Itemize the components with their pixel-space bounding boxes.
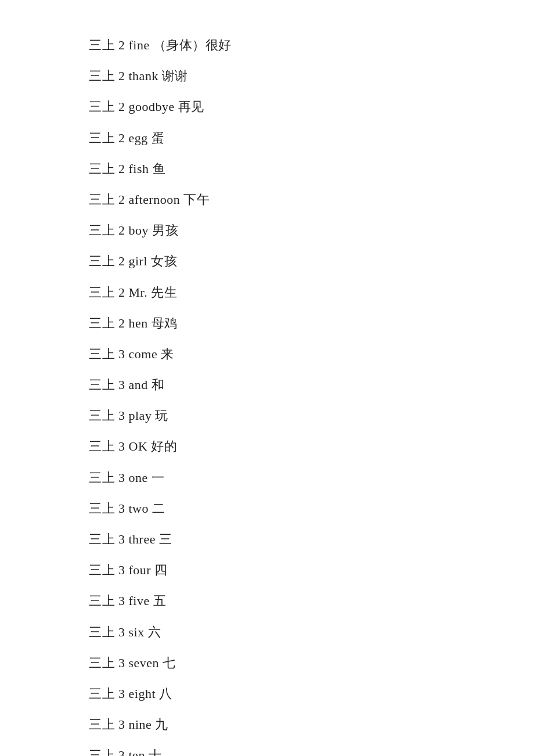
item-word: fine	[129, 38, 150, 52]
list-item: 三上 3 come 来	[89, 344, 445, 364]
item-word: boy	[129, 223, 149, 237]
item-meaning: 来	[161, 347, 174, 361]
item-grade: 三上	[89, 717, 115, 732]
item-word: hen	[129, 316, 148, 330]
item-grade: 三上	[89, 470, 115, 485]
item-word: four	[129, 563, 151, 577]
list-item: 三上 3 one 一	[89, 467, 445, 488]
item-unit: 3	[118, 656, 125, 670]
item-grade: 三上	[89, 99, 115, 114]
item-unit: 3	[118, 408, 125, 423]
list-item: 三上 3 four 四	[89, 560, 445, 580]
list-item: 三上 2 hen 母鸡	[89, 313, 445, 333]
item-meaning: 九	[155, 717, 168, 732]
item-grade: 三上	[89, 192, 115, 207]
item-meaning: 再见	[178, 99, 204, 114]
list-item: 三上 2 girl 女孩	[89, 251, 445, 271]
list-item: 三上 2 egg 蛋	[89, 128, 445, 148]
item-unit: 3	[118, 470, 125, 485]
item-grade: 三上	[89, 532, 115, 546]
item-unit: 2	[118, 223, 125, 237]
item-grade: 三上	[89, 161, 115, 176]
item-word: afternoon	[129, 192, 181, 207]
item-meaning: 五	[153, 593, 167, 608]
item-unit: 2	[118, 254, 125, 268]
list-item: 三上 2 boy 男孩	[89, 220, 445, 240]
item-grade: 三上	[89, 563, 115, 577]
item-meaning: （身体）很好	[153, 38, 232, 52]
list-item: 三上 3 seven 七	[89, 653, 445, 673]
item-unit: 3	[118, 563, 125, 577]
item-word: play	[129, 408, 152, 423]
item-grade: 三上	[89, 223, 115, 237]
list-item: 三上 2 afternoon 下午	[89, 189, 445, 210]
item-meaning: 四	[154, 563, 168, 577]
item-word: OK	[129, 439, 148, 453]
item-meaning: 谢谢	[162, 69, 188, 83]
item-meaning: 下午	[183, 192, 210, 207]
item-unit: 3	[118, 625, 125, 639]
item-word: thank	[129, 69, 158, 83]
item-unit: 3	[118, 377, 125, 392]
item-meaning: 十	[149, 748, 162, 756]
item-grade: 三上	[89, 656, 115, 670]
item-grade: 三上	[89, 285, 115, 300]
item-meaning: 母鸡	[151, 316, 178, 330]
item-grade: 三上	[89, 69, 115, 83]
item-grade: 三上	[89, 131, 115, 145]
item-unit: 3	[118, 532, 125, 546]
item-word: fish	[129, 161, 149, 176]
item-unit: 2	[118, 99, 125, 114]
item-unit: 2	[118, 131, 125, 145]
list-item: 三上 2 Mr. 先生	[89, 282, 445, 303]
item-unit: 3	[118, 748, 125, 756]
list-item: 三上 2 fine （身体）很好	[89, 35, 445, 55]
item-unit: 3	[118, 593, 125, 608]
item-grade: 三上	[89, 38, 115, 52]
list-item: 三上 3 OK 好的	[89, 436, 445, 456]
item-word: nine	[129, 717, 152, 732]
list-item: 三上 3 five 五	[89, 591, 445, 611]
item-grade: 三上	[89, 593, 115, 608]
list-item: 三上 2 fish 鱼	[89, 159, 445, 179]
item-meaning: 玩	[155, 408, 168, 423]
item-unit: 3	[118, 501, 125, 516]
item-meaning: 和	[151, 377, 165, 392]
list-item: 三上 2 goodbye 再见	[89, 96, 445, 117]
list-item: 三上 3 nine 九	[89, 714, 445, 735]
item-grade: 三上	[89, 377, 115, 392]
item-meaning: 蛋	[151, 131, 165, 145]
item-meaning: 鱼	[153, 161, 166, 176]
item-word: six	[129, 625, 145, 639]
item-meaning: 男孩	[152, 223, 178, 237]
item-unit: 2	[118, 285, 125, 300]
item-meaning: 三	[159, 532, 172, 546]
item-meaning: 先生	[151, 285, 177, 300]
list-item: 三上 3 eight 八	[89, 683, 445, 704]
item-word: egg	[129, 131, 148, 145]
item-grade: 三上	[89, 316, 115, 330]
item-unit: 2	[118, 192, 125, 207]
item-unit: 3	[118, 717, 125, 732]
list-item: 三上 2 thank 谢谢	[89, 66, 445, 86]
item-word: come	[129, 347, 158, 361]
item-grade: 三上	[89, 254, 115, 268]
list-item: 三上 3 ten 十	[89, 745, 445, 756]
item-word: girl	[129, 254, 148, 268]
item-unit: 3	[118, 686, 125, 701]
vocab-list: 三上 2 fine （身体）很好三上 2 thank 谢谢三上 2 goodby…	[0, 0, 534, 756]
item-grade: 三上	[89, 347, 115, 361]
item-word: goodbye	[129, 99, 175, 114]
item-word: ten	[129, 748, 145, 756]
item-unit: 2	[118, 316, 125, 330]
item-grade: 三上	[89, 748, 115, 756]
item-meaning: 女孩	[151, 254, 177, 268]
item-grade: 三上	[89, 625, 115, 639]
item-grade: 三上	[89, 408, 115, 423]
item-word: five	[129, 593, 150, 608]
item-meaning: 好的	[151, 439, 177, 453]
item-grade: 三上	[89, 686, 115, 701]
item-word: three	[129, 532, 156, 546]
item-meaning: 六	[148, 625, 161, 639]
list-item: 三上 3 and 和	[89, 375, 445, 395]
